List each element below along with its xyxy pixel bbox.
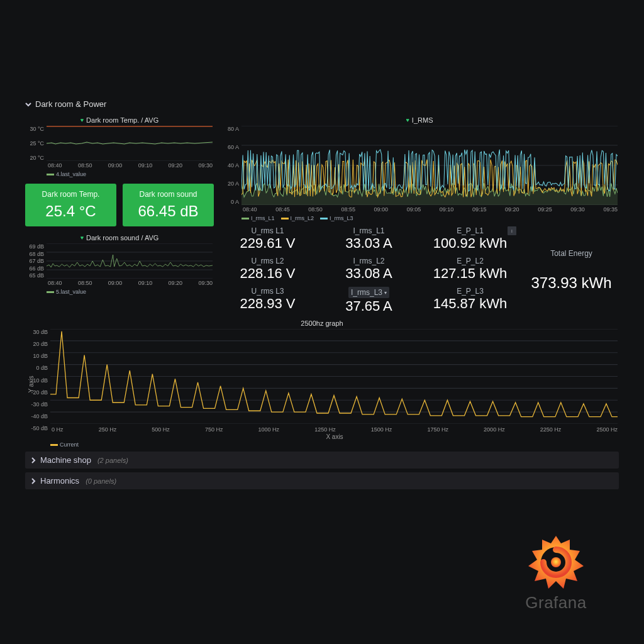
svg-point-24 [551, 557, 561, 567]
stat-ep-l1[interactable]: i E_P_L1 100.92 kWh [423, 225, 518, 253]
y-axis-ticks: 69 dB 68 dB 67 dB 66 dB 65 dB [25, 243, 47, 279]
grafana-logo: Grafana [525, 531, 587, 613]
x-axis-label: X axis [50, 433, 619, 440]
row-title: Machine shop [40, 455, 91, 465]
chevron-right-icon [30, 457, 36, 464]
stat-total-energy[interactable]: Total Energy 373.93 kWh [524, 225, 619, 316]
panel-title-text: I_RMS [412, 116, 433, 124]
legend-item[interactable]: I_rms_L3 [330, 215, 353, 221]
row-toggle-darkroom[interactable]: Dark room & Power [25, 97, 619, 111]
panel-sound-avg[interactable]: ♥ Dark room sound / AVG 69 dB 68 dB 67 d… [25, 233, 214, 295]
panel-menu-trigger[interactable]: I_rms_L3 ▾ [348, 287, 389, 298]
chevron-right-icon [30, 478, 36, 484]
heart-icon: ♥ [80, 235, 84, 241]
legend-item[interactable]: I_rms_L2 [291, 215, 314, 221]
row-title: Harmonics [40, 476, 79, 486]
stat-dark-room-sound[interactable]: Dark room sound 66.45 dB [123, 184, 214, 226]
x-axis-ticks: 08:4008:50 09:0009:10 09:2009:30 [47, 162, 214, 169]
stat-irms-l2[interactable]: I_rms_L2 33.08 A [321, 255, 416, 283]
stat-urms-l3[interactable]: U_rms L3 228.93 V [220, 286, 315, 316]
chevron-down-icon: ▾ [384, 290, 387, 296]
stat-urms-l1[interactable]: U_rms L1 229.61 V [220, 225, 315, 253]
x-axis-ticks: 0 Hz250 Hz 500 Hz750 Hz 1000 Hz1250 Hz 1… [50, 426, 619, 433]
stat-ep-l2[interactable]: E_P_L2 127.15 kWh [423, 255, 518, 283]
panel-temp-avg[interactable]: ♥ Dark room Temp. / AVG 30 °C 25 °C 20 °… [25, 115, 214, 177]
panel-count: (2 panels) [97, 457, 128, 464]
legend-item[interactable]: Current [60, 441, 79, 448]
y-axis-ticks: 80 A 60 A 40 A 20 A 0 A [220, 126, 242, 205]
panel-irms[interactable]: ♥ I_RMS 80 A 60 A 40 A 20 A 0 A [220, 115, 619, 221]
x-axis-ticks: 08:4008:50 09:0009:10 09:2009:30 [47, 280, 214, 286]
panel-title-text: Dark room sound / AVG [86, 234, 158, 242]
heart-icon: ♥ [80, 117, 84, 123]
panel-2500hz[interactable]: 2500hz graph Y axis 30 dB20 dB 10 dB0 dB… [25, 318, 619, 448]
y-axis-ticks: 30 dB20 dB 10 dB0 dB -10 dB-20 dB -30 dB… [25, 329, 50, 431]
heart-icon: ♥ [406, 117, 409, 123]
stat-dark-room-temp[interactable]: Dark room Temp. 25.4 °C [25, 184, 116, 226]
row-toggle-harmonics[interactable]: Harmonics (0 panels) [25, 472, 619, 489]
logo-text: Grafana [525, 593, 587, 613]
panel-title-text: 2500hz graph [301, 319, 343, 327]
legend-item[interactable]: I_rms_L1 [251, 215, 275, 221]
legend-item[interactable]: 4.last_value [56, 171, 86, 177]
y-axis-ticks: 30 °C 25 °C 20 °C [25, 126, 47, 161]
chevron-down-icon [25, 101, 31, 108]
info-icon[interactable]: i [508, 226, 516, 235]
row-title: Dark room & Power [35, 99, 106, 109]
panel-title-text: Dark room Temp. / AVG [86, 116, 158, 124]
stat-urms-l2[interactable]: U_rms L2 228.16 V [220, 255, 315, 283]
stat-irms-l3[interactable]: I_rms_L3 ▾ 37.65 A [321, 286, 416, 316]
stat-irms-l1[interactable]: I_rms_L1 33.03 A [321, 225, 416, 253]
legend-item[interactable]: 5.last_value [56, 289, 86, 295]
stat-ep-l3[interactable]: E_P_L3 145.87 kWh [423, 286, 518, 316]
row-toggle-machine-shop[interactable]: Machine shop (2 panels) [25, 452, 619, 469]
panel-count: (0 panels) [86, 477, 116, 485]
x-axis-ticks: 08:4008:45 08:5008:55 09:0009:05 09:1009… [242, 206, 619, 213]
